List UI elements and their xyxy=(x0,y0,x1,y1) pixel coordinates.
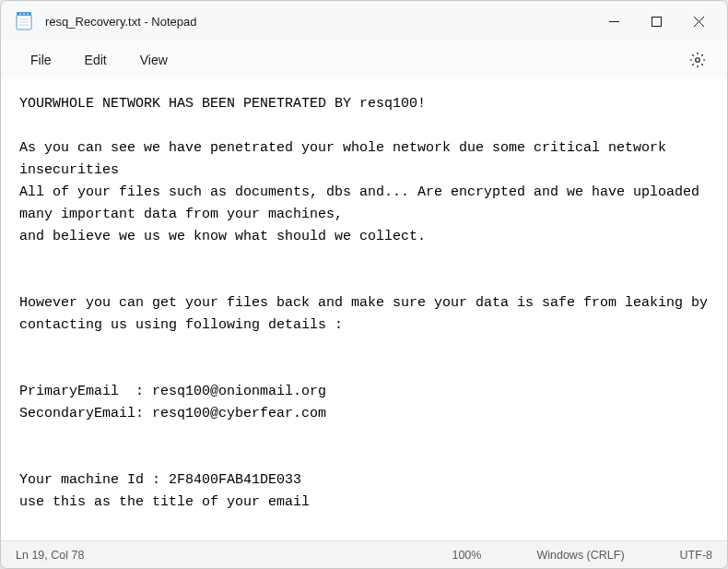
statusbar: Ln 19, Col 78 100% Windows (CRLF) UTF-8 xyxy=(1,540,727,568)
gear-icon xyxy=(689,52,706,68)
titlebar: resq_Recovery.txt - Notepad xyxy=(1,1,727,41)
close-button[interactable] xyxy=(677,6,720,36)
svg-rect-9 xyxy=(652,17,661,26)
menu-file[interactable]: File xyxy=(14,45,68,75)
close-icon xyxy=(694,17,704,27)
menu-edit[interactable]: Edit xyxy=(68,45,123,75)
status-position: Ln 19, Col 78 xyxy=(16,549,112,562)
menu-view[interactable]: View xyxy=(123,45,184,75)
editor-content: YOURWHOLE NETWORK HAS BEEN PENETRATED BY… xyxy=(19,96,716,540)
minimize-button[interactable] xyxy=(593,6,635,36)
editor-area[interactable]: YOURWHOLE NETWORK HAS BEEN PENETRATED BY… xyxy=(1,78,727,540)
svg-point-3 xyxy=(23,13,25,15)
notepad-window: resq_Recovery.txt - Notepad File Ed xyxy=(0,0,728,569)
minimize-icon xyxy=(609,17,619,27)
status-line-ending: Windows (CRLF) xyxy=(536,549,624,562)
svg-point-2 xyxy=(19,13,21,15)
maximize-button[interactable] xyxy=(635,6,677,36)
svg-point-12 xyxy=(696,58,700,63)
window-title: resq_Recovery.txt - Notepad xyxy=(45,15,593,29)
svg-point-4 xyxy=(27,13,29,15)
settings-button[interactable] xyxy=(681,43,714,77)
maximize-icon xyxy=(652,17,662,27)
notepad-icon xyxy=(16,12,32,30)
status-encoding: UTF-8 xyxy=(680,549,712,562)
status-zoom: 100% xyxy=(452,549,481,562)
window-controls xyxy=(593,6,720,36)
menubar: File Edit View xyxy=(1,41,727,78)
